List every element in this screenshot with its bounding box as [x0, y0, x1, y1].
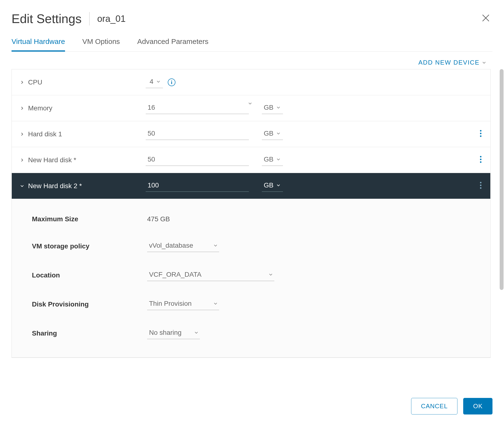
nhd-label: New Hard disk *	[28, 156, 76, 164]
svg-point-5	[480, 161, 482, 163]
chevron-down-icon	[213, 301, 218, 306]
vertical-scrollbar[interactable]	[499, 69, 504, 386]
location-value: VCF_ORA_DATA	[149, 271, 201, 278]
row-new-hard-disk-2: New Hard disk 2 * GB	[12, 173, 490, 199]
expand-memory-toggle[interactable]	[19, 105, 26, 112]
dialog-title: Edit Settings	[12, 12, 82, 26]
prop-disk-provisioning: Disk Provisioning Thin Provision	[19, 290, 484, 319]
hd1-size-input[interactable]	[146, 128, 249, 140]
svg-point-2	[480, 135, 482, 137]
tabs-container: Virtual Hardware VM Options Advanced Par…	[0, 32, 504, 52]
cpu-label: CPU	[28, 78, 42, 86]
expand-nhd-toggle[interactable]	[19, 156, 26, 164]
svg-point-1	[480, 133, 482, 134]
add-device-row: ADD NEW DEVICE	[0, 52, 504, 69]
hardware-content: CPU 4 i Memory	[0, 69, 499, 386]
nhd2-detail-panel: Maximum Size 475 GB VM storage policy vV…	[12, 199, 490, 358]
hd1-label: Hard disk 1	[28, 130, 62, 138]
row-cpu: CPU 4 i	[12, 69, 490, 95]
edit-settings-dialog: Edit Settings ora_01 Virtual Hardware VM…	[0, 0, 504, 426]
row-hard-disk-1: Hard disk 1 GB	[12, 121, 490, 147]
svg-point-6	[480, 182, 482, 183]
nhd2-unit-value: GB	[264, 181, 273, 189]
ok-button[interactable]: OK	[463, 398, 492, 414]
svg-point-0	[480, 130, 482, 131]
prop-location: Location VCF_ORA_DATA	[19, 261, 484, 290]
nhd-size-input[interactable]	[146, 154, 249, 166]
chevron-down-icon	[194, 330, 199, 335]
chevron-down-icon	[276, 131, 281, 136]
chevron-down-icon	[213, 243, 218, 248]
prop-storage-policy: VM storage policy vVol_database	[19, 232, 484, 261]
cpu-count-value: 4	[149, 78, 153, 85]
location-select[interactable]: VCF_ORA_DATA	[147, 269, 274, 281]
sharing-select[interactable]: No sharing	[147, 327, 200, 339]
provisioning-select[interactable]: Thin Provision	[147, 298, 219, 310]
sharing-label: Sharing	[32, 329, 147, 337]
storage-policy-label: VM storage policy	[32, 242, 147, 250]
provisioning-label: Disk Provisioning	[32, 300, 147, 308]
memory-unit-value: GB	[264, 104, 273, 111]
memory-size-input[interactable]	[146, 102, 249, 114]
dialog-header: Edit Settings ora_01	[0, 0, 504, 32]
chevron-down-icon[interactable]	[248, 101, 253, 106]
chevron-down-icon	[276, 157, 281, 162]
tab-virtual-hardware[interactable]: Virtual Hardware	[12, 32, 65, 52]
chevron-down-icon	[276, 105, 281, 110]
row-new-hard-disk: New Hard disk * GB	[12, 147, 490, 173]
prop-sharing: Sharing No sharing	[19, 319, 484, 348]
add-new-device-button[interactable]: ADD NEW DEVICE	[418, 59, 487, 66]
svg-point-4	[480, 158, 482, 160]
collapse-nhd2-toggle[interactable]	[19, 182, 26, 190]
expand-cpu-toggle[interactable]	[19, 79, 26, 86]
nhd2-size-input[interactable]	[146, 180, 249, 192]
nhd2-label: New Hard disk 2 *	[28, 182, 82, 190]
nhd2-actions-menu-icon[interactable]	[478, 180, 484, 192]
scrollbar-thumb[interactable]	[500, 69, 504, 290]
tab-advanced-parameters[interactable]: Advanced Parameters	[137, 32, 209, 52]
max-size-value: 475 GB	[147, 215, 170, 223]
dialog-subtitle: ora_01	[97, 14, 126, 24]
hd1-actions-menu-icon[interactable]	[478, 128, 484, 140]
dialog-footer: CANCEL OK	[0, 386, 504, 426]
memory-label: Memory	[28, 104, 52, 112]
expand-hd1-toggle[interactable]	[19, 131, 26, 138]
nhd-unit-select[interactable]: GB	[262, 154, 283, 166]
chevron-down-icon	[482, 60, 487, 65]
cancel-button[interactable]: CANCEL	[411, 398, 457, 414]
prop-max-size: Maximum Size 475 GB	[19, 207, 484, 232]
chevron-down-icon	[156, 79, 161, 84]
storage-policy-select[interactable]: vVol_database	[147, 240, 219, 252]
info-icon[interactable]: i	[168, 78, 175, 86]
row-memory: Memory GB	[12, 95, 490, 121]
svg-point-3	[480, 156, 482, 157]
tabs: Virtual Hardware VM Options Advanced Par…	[12, 32, 492, 52]
nhd-actions-menu-icon[interactable]	[478, 154, 484, 166]
svg-point-7	[480, 184, 482, 186]
hd1-unit-select[interactable]: GB	[262, 128, 283, 140]
nhd2-unit-select[interactable]: GB	[262, 180, 283, 192]
storage-policy-value: vVol_database	[149, 242, 193, 249]
max-size-label: Maximum Size	[32, 215, 147, 223]
cpu-count-select[interactable]: 4	[146, 76, 163, 88]
content-scroll-area: CPU 4 i Memory	[0, 69, 504, 386]
chevron-down-icon	[268, 272, 273, 277]
close-icon[interactable]	[481, 13, 490, 24]
hardware-table: CPU 4 i Memory	[12, 69, 490, 358]
sharing-value: No sharing	[149, 329, 181, 336]
svg-point-8	[480, 187, 482, 189]
memory-unit-select[interactable]: GB	[262, 102, 283, 114]
location-label: Location	[32, 271, 147, 279]
hd1-unit-value: GB	[264, 130, 273, 137]
title-divider	[89, 12, 90, 25]
chevron-down-icon	[276, 183, 281, 188]
add-device-label: ADD NEW DEVICE	[418, 59, 480, 66]
tab-vm-options[interactable]: VM Options	[82, 32, 120, 52]
provisioning-value: Thin Provision	[149, 300, 192, 307]
nhd-unit-value: GB	[264, 156, 273, 163]
